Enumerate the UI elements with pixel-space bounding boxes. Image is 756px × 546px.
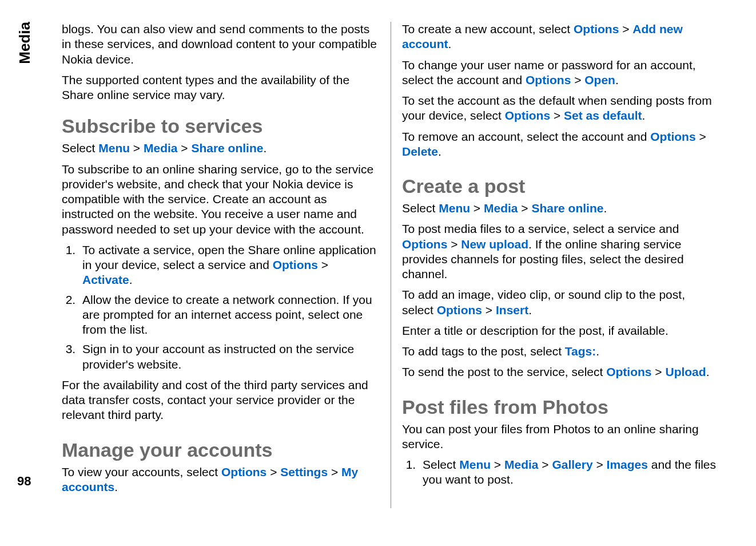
post-files-p1: You can post your files from Photos to a… bbox=[402, 422, 719, 452]
text: . bbox=[129, 273, 133, 286]
list-item: Sign in to your account as instructed on… bbox=[79, 342, 379, 372]
link-media[interactable]: Media bbox=[144, 141, 178, 155]
intro-paragraph-1: blogs. You can also view and send commen… bbox=[62, 22, 379, 67]
subscribe-steps: To activate a service, open the Share on… bbox=[62, 243, 379, 372]
text: . bbox=[114, 480, 118, 493]
link-options[interactable]: Options bbox=[574, 22, 619, 35]
separator: > bbox=[491, 458, 504, 471]
link-options[interactable]: Options bbox=[526, 73, 571, 86]
create-post-p1: To post media files to a service, select… bbox=[402, 221, 719, 282]
separator: > bbox=[571, 73, 584, 86]
separator: > bbox=[482, 303, 496, 316]
heading-subscribe: Subscribe to services bbox=[62, 115, 379, 137]
separator: > bbox=[177, 141, 191, 155]
list-item: Allow the device to create a network con… bbox=[79, 292, 379, 338]
heading-create-post: Create a post bbox=[402, 175, 719, 197]
separator: > bbox=[518, 201, 531, 215]
subscribe-breadcrumb: Select Menu > Media > Share online. bbox=[62, 141, 379, 156]
link-share-online[interactable]: Share online bbox=[531, 201, 603, 215]
subscribe-paragraph-2: For the availability and cost of the thi… bbox=[62, 378, 379, 423]
text: . bbox=[615, 73, 619, 86]
remove-account-paragraph: To remove an account, select the account… bbox=[402, 129, 719, 160]
separator: > bbox=[318, 258, 328, 271]
default-account-paragraph: To set the account as the default when s… bbox=[402, 93, 719, 124]
link-options[interactable]: Options bbox=[437, 303, 482, 316]
link-tags[interactable]: Tags: bbox=[565, 345, 596, 358]
link-menu[interactable]: Menu bbox=[98, 141, 130, 155]
separator: > bbox=[470, 201, 484, 215]
separator: > bbox=[619, 22, 632, 35]
separator: > bbox=[593, 458, 607, 471]
separator: > bbox=[328, 465, 341, 478]
link-delete[interactable]: Delete bbox=[402, 145, 438, 158]
link-settings[interactable]: Settings bbox=[280, 465, 328, 478]
link-options[interactable]: Options bbox=[505, 109, 550, 122]
create-post-p4: To add tags to the post, select Tags:. bbox=[402, 344, 719, 359]
text: . bbox=[263, 141, 266, 155]
link-options[interactable]: Options bbox=[650, 130, 695, 143]
link-upload[interactable]: Upload bbox=[665, 365, 706, 378]
link-menu[interactable]: Menu bbox=[439, 201, 470, 215]
page-number: 98 bbox=[17, 474, 31, 489]
change-account-paragraph: To change your user name or password for… bbox=[402, 58, 719, 88]
subscribe-paragraph-1: To subscribe to an online sharing servic… bbox=[62, 162, 379, 237]
text: . bbox=[603, 201, 607, 215]
text: . bbox=[438, 145, 441, 158]
link-options[interactable]: Options bbox=[402, 238, 447, 251]
text: . bbox=[706, 365, 710, 378]
text: Select bbox=[62, 141, 98, 155]
text: Select bbox=[402, 201, 439, 215]
separator: > bbox=[538, 458, 552, 471]
content-columns: blogs. You can also view and send commen… bbox=[62, 22, 719, 508]
text: To create a new account, select bbox=[402, 22, 574, 35]
link-media[interactable]: Media bbox=[484, 201, 518, 215]
separator: > bbox=[652, 365, 666, 378]
link-share-online[interactable]: Share online bbox=[191, 141, 263, 155]
separator: > bbox=[130, 141, 144, 155]
manage-paragraph-1: To view your accounts, select Options > … bbox=[62, 465, 379, 495]
separator: > bbox=[266, 465, 280, 478]
heading-post-files: Post files from Photos bbox=[402, 396, 719, 418]
link-activate[interactable]: Activate bbox=[82, 273, 129, 286]
text: To send the post to the service, select bbox=[402, 365, 606, 378]
text: To add tags to the post, select bbox=[402, 345, 565, 358]
text: To activate a service, open the Share on… bbox=[82, 243, 376, 271]
text: . bbox=[528, 303, 532, 316]
text: To post media files to a service, select… bbox=[402, 222, 679, 235]
link-insert[interactable]: Insert bbox=[496, 303, 528, 316]
separator: > bbox=[696, 130, 706, 143]
create-post-p5: To send the post to the service, select … bbox=[402, 365, 719, 379]
link-options[interactable]: Options bbox=[221, 465, 266, 478]
text: Select bbox=[423, 458, 459, 471]
text: To view your accounts, select bbox=[62, 465, 221, 478]
link-media[interactable]: Media bbox=[504, 458, 539, 471]
separator: > bbox=[550, 109, 564, 122]
heading-manage-accounts: Manage your accounts bbox=[62, 439, 379, 461]
text: . bbox=[642, 109, 646, 122]
link-images[interactable]: Images bbox=[607, 458, 648, 471]
separator: > bbox=[447, 238, 461, 251]
text: . bbox=[448, 37, 452, 50]
side-section-label: Media bbox=[16, 22, 34, 64]
post-files-steps: Select Menu > Media > Gallery > Images a… bbox=[402, 457, 719, 488]
create-post-breadcrumb: Select Menu > Media > Share online. bbox=[402, 201, 719, 216]
list-item: To activate a service, open the Share on… bbox=[79, 243, 379, 288]
link-options[interactable]: Options bbox=[606, 365, 651, 378]
text: To remove an account, select the account… bbox=[402, 130, 650, 143]
link-gallery[interactable]: Gallery bbox=[552, 458, 592, 471]
link-options[interactable]: Options bbox=[273, 258, 318, 271]
link-new-upload[interactable]: New upload bbox=[461, 238, 528, 251]
list-item: Select Menu > Media > Gallery > Images a… bbox=[419, 457, 719, 488]
create-account-paragraph: To create a new account, select Options … bbox=[402, 22, 719, 52]
link-set-as-default[interactable]: Set as default bbox=[564, 109, 642, 122]
create-post-p3: Enter a title or description for the pos… bbox=[402, 323, 719, 338]
create-post-p2: To add an image, video clip, or sound cl… bbox=[402, 287, 719, 318]
link-open[interactable]: Open bbox=[584, 73, 615, 86]
link-menu[interactable]: Menu bbox=[459, 458, 491, 471]
text: . bbox=[596, 345, 599, 358]
intro-paragraph-2: The supported content types and the avai… bbox=[62, 73, 379, 103]
